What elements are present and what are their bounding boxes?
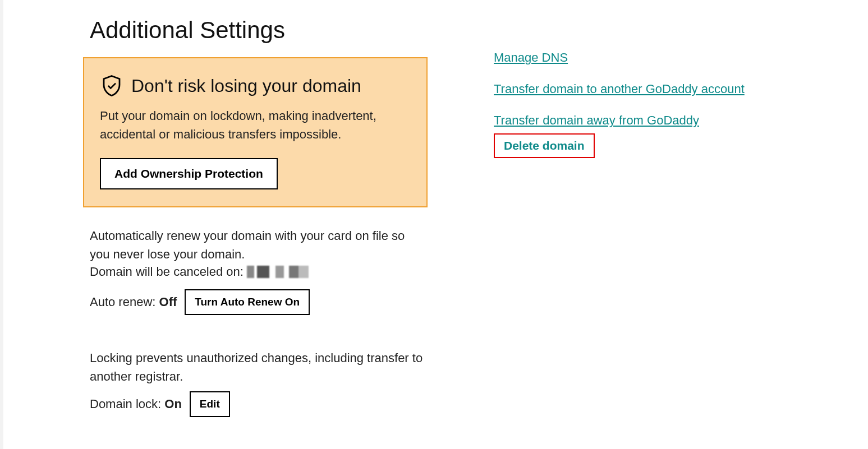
left-gutter: [0, 0, 3, 449]
add-ownership-protection-button[interactable]: Add Ownership Protection: [100, 158, 278, 189]
turn-auto-renew-on-button[interactable]: Turn Auto Renew On: [185, 289, 310, 315]
auto-renew-label: Auto renew:: [90, 295, 155, 309]
auto-renew-row: Auto renew: Off Turn Auto Renew On: [90, 289, 426, 315]
settings-container: Additional Settings Don't risk losing yo…: [0, 0, 868, 417]
cancel-date-label: Domain will be canceled on:: [90, 265, 244, 279]
callout-header: Don't risk losing your domain: [100, 74, 411, 98]
delete-domain-link[interactable]: Delete domain: [504, 139, 585, 152]
auto-renew-section: Automatically renew your domain with you…: [90, 226, 426, 315]
domain-lock-row: Domain lock: On Edit: [90, 391, 426, 417]
auto-renew-description: Automatically renew your domain with you…: [90, 226, 426, 263]
transfer-away-link[interactable]: Transfer domain away from GoDaddy: [494, 113, 699, 128]
left-column: Additional Settings Don't risk losing yo…: [90, 17, 494, 417]
callout-description: Put your domain on lockdown, making inad…: [100, 107, 411, 144]
transfer-to-account-link[interactable]: Transfer domain to another GoDaddy accou…: [494, 82, 745, 96]
cancel-date-row: Domain will be canceled on:: [90, 265, 426, 279]
delete-domain-highlight: Delete domain: [494, 133, 595, 158]
page-title: Additional Settings: [90, 17, 494, 44]
auto-renew-value: Off: [159, 295, 177, 309]
domain-lock-label: Domain lock:: [90, 397, 161, 411]
domain-lock-description: Locking prevents unauthorized changes, i…: [90, 349, 426, 386]
edit-domain-lock-button[interactable]: Edit: [190, 391, 230, 417]
shield-check-icon: [100, 74, 123, 98]
manage-dns-link[interactable]: Manage DNS: [494, 50, 568, 65]
cancel-date-value-redacted: [247, 266, 309, 278]
domain-lock-section: Locking prevents unauthorized changes, i…: [90, 349, 426, 417]
ownership-protection-callout: Don't risk losing your domain Put your d…: [83, 57, 428, 207]
right-column: Manage DNS Transfer domain to another Go…: [494, 17, 745, 158]
callout-title: Don't risk losing your domain: [131, 76, 361, 96]
domain-lock-value: On: [164, 397, 182, 411]
